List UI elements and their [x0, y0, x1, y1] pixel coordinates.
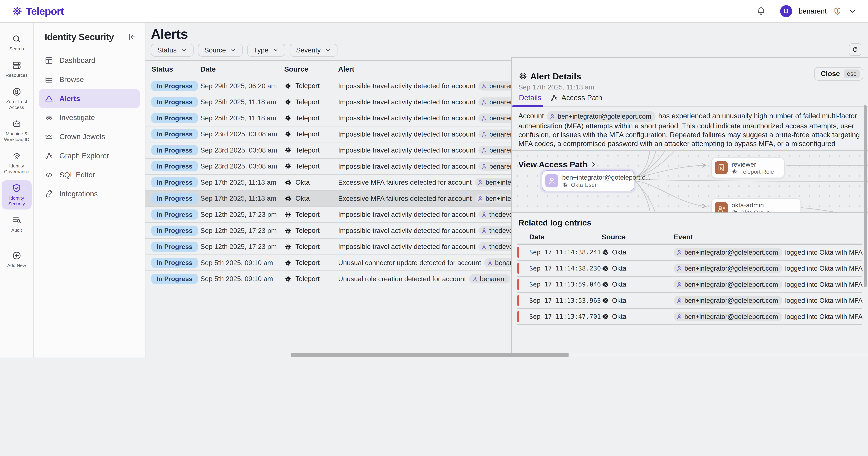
avatar[interactable]: B	[780, 5, 792, 17]
table-row[interactable]: In Progress Sep 23rd 2025, 03:08 am Tele…	[146, 159, 512, 175]
source-icon	[284, 210, 292, 218]
filter-type[interactable]: Type	[247, 44, 285, 57]
sidebar-item-label: Integrations	[59, 190, 98, 198]
tab-access-path[interactable]: Access Path	[550, 94, 602, 102]
sidebar-item-browse[interactable]: Browse	[39, 70, 140, 89]
table-row[interactable]: In Progress Sep 29th 2025, 06:20 am Tele…	[146, 78, 512, 94]
filter-source[interactable]: Source	[198, 44, 243, 57]
filter-label: Status	[157, 47, 177, 54]
event-text: logged into Okta with MFA	[785, 297, 863, 304]
rail-item-zero-trust-access[interactable]: Zero Trust Access	[2, 84, 32, 113]
table-row[interactable]: In Progress Sep 17th 2025, 11:13 am Okta…	[146, 191, 512, 207]
log-row[interactable]: Sep 17 11:14:38.241 Okta ben+integrator@…	[517, 245, 862, 261]
rail-item-add-new[interactable]: Add New	[2, 248, 32, 271]
access-path-node-reviewer[interactable]: reviewer Teleport Role	[711, 158, 784, 178]
rail-item-audit[interactable]: Audit	[2, 212, 32, 236]
notifications-bell-icon[interactable]	[756, 6, 766, 16]
rail-item-identity-governance[interactable]: Identity Governance	[2, 148, 32, 177]
tab-details[interactable]: Details	[519, 94, 541, 102]
rail-item-identity-security[interactable]: Identity Security	[2, 180, 32, 209]
row-source: Okta	[284, 195, 310, 202]
row-date: Sep 5th 2025, 09:10 am	[200, 275, 273, 283]
teleport-gear-icon	[11, 5, 23, 17]
row-source: Teleport	[284, 98, 319, 106]
table-row[interactable]: In Progress Sep 25th 2025, 11:18 am Tele…	[146, 94, 512, 111]
filter-severity[interactable]: Severity	[289, 44, 338, 57]
sidebar-item-alerts[interactable]: Alerts	[39, 89, 140, 108]
account-name: benarent	[489, 146, 512, 154]
sidebar-item-crown-jewels[interactable]: Crown Jewels	[39, 127, 140, 146]
view-access-path-link[interactable]: View Access Path	[518, 160, 597, 169]
account-pill: ben+integrator@goteleport.com	[674, 280, 782, 289]
sidebar-item-dashboard[interactable]: Dashboard	[39, 51, 140, 70]
table-row[interactable]: In Progress Sep 12th 2025, 17:23 pm Tele…	[146, 207, 512, 223]
sidebar-item-sql-editor[interactable]: SQL Editor	[39, 165, 140, 184]
related-logs-table: Date Source Event Sep 17 11:14:38.241 Ok…	[517, 230, 862, 325]
log-date: Sep 17 11:13:47.701	[529, 313, 601, 320]
chevron-down-icon[interactable]	[848, 7, 857, 15]
table-row[interactable]: In Progress Sep 25th 2025, 11:18 am Tele…	[146, 110, 512, 126]
rail-item-resources[interactable]: Resources	[2, 57, 32, 81]
log-source-label: Okta	[612, 264, 626, 272]
account-pill: benarent	[478, 113, 512, 123]
horizontal-scrollbar[interactable]	[291, 353, 568, 357]
okta-icon	[602, 313, 609, 320]
rail-item-machine-workload-id[interactable]: Machine & Workload ID	[2, 116, 32, 145]
log-row[interactable]: Sep 17 11:14:38.230 Okta ben+integrator@…	[517, 261, 862, 277]
access-path-node-okta-admin[interactable]: okta-admin Okta Group	[711, 198, 801, 213]
rail-item-label: Zero Trust Access	[2, 99, 31, 110]
sidebar-item-label: Dashboard	[59, 56, 95, 65]
account-pill: benarent	[469, 274, 510, 284]
rail-item-icon	[12, 87, 22, 96]
table-row[interactable]: In Progress Sep 12th 2025, 17:23 pm Tele…	[146, 239, 512, 255]
severity-marker	[517, 263, 520, 274]
refresh-button[interactable]	[849, 43, 861, 56]
rail-item-icon	[12, 151, 22, 161]
node-subtitle-label: Okta User	[571, 182, 596, 188]
row-alert: Excessive MFA failures detected for acco…	[338, 178, 511, 187]
alert-text: Unusual connector update detected for ac…	[338, 259, 481, 267]
logo-text: Teleport	[26, 5, 64, 17]
table-row[interactable]: In Progress Sep 5th 2025, 09:10 am Telep…	[146, 271, 512, 287]
node-subtitle-icon	[732, 209, 738, 213]
sidebar-item-icon	[44, 132, 53, 141]
log-row[interactable]: Sep 17 11:13:59.046 Okta ben+integrator@…	[517, 277, 862, 293]
source-label: Teleport	[296, 243, 319, 251]
table-row[interactable]: In Progress Sep 5th 2025, 09:10 am Telep…	[146, 255, 512, 271]
user-icon	[481, 244, 488, 250]
user-icon	[549, 113, 556, 120]
log-row[interactable]: Sep 17 11:13:53.963 Okta ben+integrator@…	[517, 293, 862, 309]
account-name: ben+integrator@goteleport.com	[684, 249, 778, 256]
collapse-sidebar-icon[interactable]	[127, 32, 136, 41]
account-pill: thedevelopnik	[478, 226, 512, 235]
severity-marker	[517, 295, 520, 306]
user-icon	[481, 83, 488, 89]
event-text: logged into Okta with MFA	[785, 264, 863, 272]
sidebar-item-integrations[interactable]: Integrations	[39, 184, 140, 204]
okta-icon	[602, 281, 609, 288]
user-icon	[676, 281, 683, 288]
horizontal-scrollbar-track	[291, 353, 868, 358]
sidebar-item-investigate[interactable]: Investigate	[39, 108, 140, 127]
close-button[interactable]: Close esc	[814, 67, 863, 81]
row-date: Sep 23rd 2025, 03:08 am	[200, 163, 277, 170]
sidebar-item-graph-explorer[interactable]: Graph Explorer	[39, 146, 140, 165]
filter-status[interactable]: Status	[151, 44, 193, 57]
log-date: Sep 17 11:14:38.230	[529, 265, 601, 272]
rail-item-search[interactable]: Search	[2, 31, 32, 55]
rail-item-icon	[12, 183, 22, 193]
table-row[interactable]: In Progress Sep 17th 2025, 11:13 am Okta…	[146, 175, 512, 191]
table-row[interactable]: In Progress Sep 12th 2025, 17:23 pm Tele…	[146, 223, 512, 239]
rail-item-icon	[12, 119, 22, 129]
identity-security-sidebar: Identity Security Dashboard Browse Alert…	[34, 23, 145, 358]
description-prefix: Account	[518, 112, 544, 120]
access-path-node-user[interactable]: ben+integrator@goteleport.c... Okta User	[542, 170, 634, 191]
teleport-logo[interactable]: Teleport	[11, 5, 64, 17]
log-source: Okta	[602, 297, 626, 304]
table-row[interactable]: In Progress Sep 23rd 2025, 03:08 am Tele…	[146, 142, 512, 159]
log-row[interactable]: Sep 17 11:13:47.701 Okta ben+integrator@…	[517, 309, 862, 325]
vertical-scrollbar[interactable]	[864, 105, 867, 287]
table-row[interactable]: In Progress Sep 23rd 2025, 03:08 am Tele…	[146, 126, 512, 143]
row-alert: Impossible travel activity detected for …	[338, 226, 511, 235]
active-tab-indicator	[512, 105, 544, 107]
